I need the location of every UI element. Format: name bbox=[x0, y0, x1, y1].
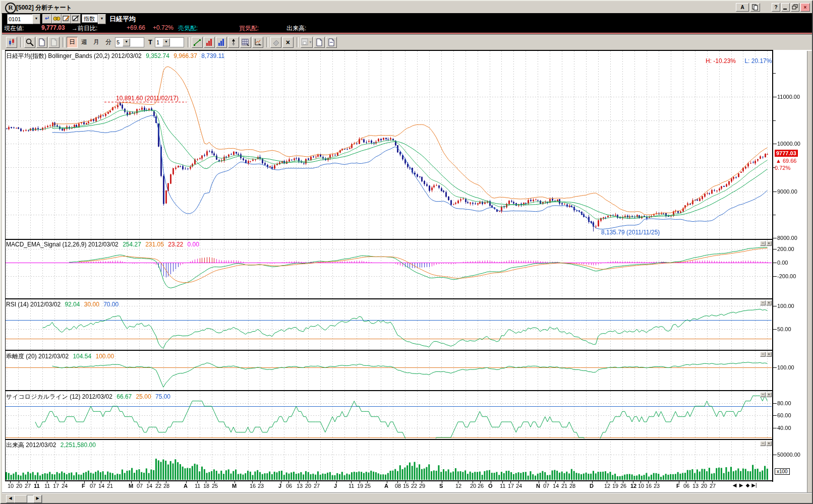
x-axis-tick-label: 28 bbox=[163, 483, 169, 489]
macd-title: MACD_EMA_Signal (12,26,9) 2012/03/02 bbox=[6, 241, 119, 248]
font-button[interactable]: A bbox=[736, 3, 749, 12]
restore-icon bbox=[792, 4, 798, 11]
h-scroll-right-button[interactable]: ▶ bbox=[33, 495, 42, 503]
x-axis-tick-label: 12 bbox=[630, 483, 636, 489]
x-axis-tick-label: 29 bbox=[419, 483, 425, 489]
x-axis-tick-label: J bbox=[334, 483, 337, 489]
period-minute-button[interactable]: 分 bbox=[103, 37, 114, 48]
symbol-row: ▼ ↵ 指数* ▼ 日経平均 bbox=[2, 13, 813, 24]
x-axis-tick-label: M bbox=[232, 483, 237, 489]
minute-interval-select[interactable]: 5 ▼ bbox=[115, 37, 144, 47]
eraser-button[interactable] bbox=[270, 37, 281, 48]
low-percent: L: 20.17% bbox=[744, 57, 772, 65]
x-axis-tick-label: D bbox=[590, 483, 594, 489]
x-axis-tick-label: 24 bbox=[62, 483, 68, 489]
period-day-button[interactable]: 日 bbox=[67, 37, 78, 48]
macd-minimize-button[interactable]: − bbox=[760, 241, 766, 246]
y-axis-tick-label: 0.00 bbox=[777, 260, 788, 266]
current-price-tag: 9777.03 bbox=[775, 150, 798, 157]
period-week-button[interactable]: 週 bbox=[79, 37, 90, 48]
chart-type-button[interactable] bbox=[252, 37, 263, 48]
candlestick-chart-button[interactable] bbox=[6, 37, 17, 48]
x-axis-tick-label: 13 bbox=[692, 483, 699, 489]
symbol-dropdown-button[interactable]: ▼ bbox=[32, 14, 40, 24]
x-axis-tick-label: M bbox=[129, 483, 133, 489]
rsi-close-button[interactable]: × bbox=[766, 300, 772, 305]
close-button[interactable]: × bbox=[800, 3, 810, 12]
x-axis-tick-label: 14 bbox=[553, 483, 559, 489]
scroll-left-button[interactable]: ◀ bbox=[731, 482, 738, 488]
panel-header-macd: MACD_EMA_Signal (12,26,9) 2012/03/02 254… bbox=[6, 241, 202, 248]
x-axis-tick-label: 20 bbox=[701, 483, 707, 489]
zoom-button[interactable] bbox=[24, 37, 35, 48]
bollinger-mid-value: 9,352.74 bbox=[146, 52, 169, 59]
x-axis-tick-label: 11 bbox=[500, 483, 505, 489]
rsi-value: 92.04 bbox=[65, 301, 80, 308]
restore-button[interactable] bbox=[791, 3, 799, 12]
psych-close-button[interactable]: × bbox=[766, 392, 772, 397]
h-scroll-left-button[interactable]: ◀ bbox=[6, 495, 15, 503]
category-select[interactable]: 指数* bbox=[82, 14, 98, 23]
tick-interval-select[interactable]: 1 ▼ bbox=[155, 37, 184, 47]
copy-button[interactable] bbox=[750, 3, 760, 12]
jump-current-button[interactable]: ◆ bbox=[744, 482, 751, 488]
trendline-button[interactable] bbox=[192, 37, 203, 48]
y-axis-tick-label: 9000.00 bbox=[777, 188, 797, 195]
h-scrollbar-thumb[interactable] bbox=[14, 495, 27, 503]
kairi-title: 乖離度 (20) 2012/03/02 bbox=[6, 353, 69, 360]
layout-page2-button[interactable] bbox=[326, 37, 337, 48]
prev-diff-label: →前日比: bbox=[72, 24, 97, 33]
x-axis-tick-label: 28 bbox=[569, 483, 575, 489]
current-price-value: 9,777.03 bbox=[41, 24, 65, 31]
x-axis-tick-label: 22 bbox=[155, 483, 161, 489]
bollinger-upper-value: 9,966.37 bbox=[173, 52, 197, 59]
enter-icon[interactable]: ↵ bbox=[42, 14, 52, 24]
x-axis-tick-label: A bbox=[184, 483, 188, 489]
psych-minimize-button[interactable]: − bbox=[760, 392, 766, 397]
binoculars-icon[interactable] bbox=[52, 14, 62, 24]
kairi-close-button[interactable]: × bbox=[766, 352, 772, 357]
x-axis-tick-label: 23 bbox=[654, 483, 660, 489]
x-axis-tick-label: 16 bbox=[250, 483, 256, 489]
grid-settings-button[interactable] bbox=[240, 37, 251, 48]
low-annotation: 8,135.79 (2011/11/25) bbox=[601, 229, 660, 236]
period-month-button[interactable]: 月 bbox=[91, 37, 102, 48]
minimize-button[interactable] bbox=[781, 3, 790, 12]
volume-minimize-button[interactable]: − bbox=[760, 441, 766, 446]
page-disabled-button[interactable] bbox=[48, 37, 60, 48]
macd-close-button[interactable]: × bbox=[766, 241, 772, 246]
clear-all-button[interactable]: × bbox=[282, 37, 294, 48]
memo-delete-icon[interactable] bbox=[71, 14, 81, 24]
page-icon bbox=[316, 38, 323, 46]
chart-toolbar: 日 週 月 分 5 ▼ T 1 ▼ bbox=[2, 34, 813, 50]
scroll-right-button[interactable]: ▶ bbox=[738, 482, 744, 488]
jump-end-button[interactable]: ▶| bbox=[751, 482, 758, 488]
category-dropdown-button[interactable]: ▼ bbox=[98, 14, 106, 24]
symbol-code-input[interactable] bbox=[7, 14, 35, 24]
change-percent: +0.72% bbox=[153, 24, 173, 31]
volume-multiplier-badge: x100 bbox=[775, 468, 790, 475]
rsi-minimize-button[interactable]: − bbox=[760, 300, 766, 305]
save-icon bbox=[301, 38, 309, 46]
help-button[interactable]: ? bbox=[772, 3, 780, 12]
y-axis-tick-label: 8000.00 bbox=[777, 235, 797, 241]
psych-value: 66.67 bbox=[117, 393, 132, 400]
bars-blue-button[interactable] bbox=[216, 37, 227, 48]
new-page-button[interactable] bbox=[36, 37, 47, 48]
y-axis-tick-label: 60.00 bbox=[777, 412, 791, 418]
x-axis-tick-label: 26 bbox=[478, 483, 484, 489]
psych-title: サイコロジカルライン (12) 2012/03/02 bbox=[6, 393, 112, 400]
volume-close-button[interactable]: × bbox=[766, 441, 772, 446]
layout-page-button[interactable] bbox=[314, 37, 325, 48]
x-axis-tick-label: 11 bbox=[34, 483, 40, 489]
kairi-minimize-button[interactable]: − bbox=[760, 352, 766, 357]
panel-header-kairi: 乖離度 (20) 2012/03/02 104.54 100.00 bbox=[6, 352, 117, 361]
save-layout-button[interactable]: ▼ bbox=[301, 37, 313, 48]
scale-updown-button[interactable] bbox=[228, 37, 239, 48]
bars-red-button[interactable] bbox=[204, 37, 215, 48]
memo-edit-icon[interactable] bbox=[62, 14, 71, 24]
chart-area bbox=[2, 50, 812, 492]
x-axis-tick-label: N bbox=[536, 483, 540, 489]
rsi-high-band: 70.00 bbox=[103, 301, 119, 308]
kairi-base: 100.00 bbox=[95, 353, 114, 360]
